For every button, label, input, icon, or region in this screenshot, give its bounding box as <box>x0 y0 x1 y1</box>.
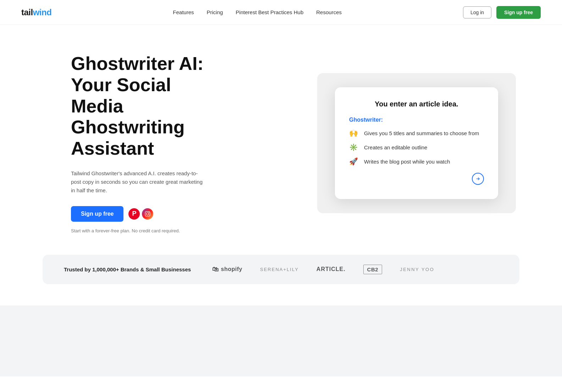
card-emoji-3: 🚀 <box>349 157 359 166</box>
nav-actions: Log in Sign up free <box>463 6 541 19</box>
hero-section: Ghostwriter AI: Your Social Media Ghostw… <box>0 25 562 255</box>
login-button[interactable]: Log in <box>463 6 491 18</box>
navbar: tailwind Features Pricing Pinterest Best… <box>0 0 562 25</box>
brand-logos: 🛍 shopify SERENA+LILY ARTICLE. CB2 JENNY… <box>212 265 434 274</box>
trusted-text: Trusted by 1,000,000+ Brands & Small Bus… <box>64 266 191 273</box>
nav-features[interactable]: Features <box>173 9 194 15</box>
trusted-section: Trusted by 1,000,000+ Brands & Small Bus… <box>43 255 519 284</box>
brand-serena: SERENA+LILY <box>260 267 299 272</box>
card-emoji-2: ✳️ <box>349 143 359 151</box>
card-item-text-2: Creates an editable outline <box>364 144 427 150</box>
arrow-circle-icon <box>472 173 484 185</box>
instagram-icon <box>142 208 153 220</box>
card-list-item: 🚀 Writes the blog post while you watch <box>349 157 484 166</box>
logo[interactable]: tailwind <box>21 7 51 17</box>
hero-note: Start with a forever-free plan. No credi… <box>71 228 224 233</box>
hero-title: Ghostwriter AI: Your Social Media Ghostw… <box>71 53 224 159</box>
brand-jenny: JENNY YOO <box>400 267 434 272</box>
svg-point-2 <box>149 212 149 213</box>
brand-article: ARTICLE. <box>316 266 346 272</box>
signup-nav-button[interactable]: Sign up free <box>496 6 541 19</box>
card-label: Ghostwriter: <box>349 117 484 123</box>
card-wrapper: You enter an article idea. Ghostwriter: … <box>317 73 516 213</box>
hero-subtitle: Tailwind Ghostwriter's advanced A.I. cre… <box>71 169 206 195</box>
hero-cta: Sign up free P <box>71 206 224 222</box>
nav-pinterest[interactable]: Pinterest Best Practices Hub <box>236 9 303 15</box>
hero-right: You enter an article idea. Ghostwriter: … <box>317 73 516 213</box>
pinterest-icon: P <box>128 208 140 220</box>
brand-shopify: 🛍 shopify <box>212 266 242 273</box>
social-icons: P <box>128 208 153 220</box>
svg-point-1 <box>147 213 149 215</box>
hero-left: Ghostwriter AI: Your Social Media Ghostw… <box>71 53 224 233</box>
card-item-text-1: Gives you 5 titles and summaries to choo… <box>364 130 479 136</box>
card-arrow <box>349 173 484 185</box>
card-list-item: ✳️ Creates an editable outline <box>349 143 484 151</box>
ghostwriter-card: You enter an article idea. Ghostwriter: … <box>335 87 498 199</box>
card-title: You enter an article idea. <box>349 100 484 108</box>
brand-cb2: CB2 <box>363 265 382 274</box>
card-list: 🙌 Gives you 5 titles and summaries to ch… <box>349 129 484 166</box>
logo-wind-text: wind <box>33 7 52 17</box>
bottom-area <box>0 305 562 376</box>
card-item-text-3: Writes the blog post while you watch <box>364 159 450 165</box>
card-list-item: 🙌 Gives you 5 titles and summaries to ch… <box>349 129 484 137</box>
shopify-icon: 🛍 <box>212 266 219 273</box>
logo-text: tail <box>21 7 33 17</box>
nav-resources[interactable]: Resources <box>316 9 342 15</box>
nav-links: Features Pricing Pinterest Best Practice… <box>173 9 342 16</box>
shopify-label: shopify <box>221 266 242 272</box>
svg-rect-0 <box>145 211 150 216</box>
signup-hero-button[interactable]: Sign up free <box>71 206 123 222</box>
trusted-wrapper: Trusted by 1,000,000+ Brands & Small Bus… <box>0 255 562 305</box>
nav-pricing[interactable]: Pricing <box>207 9 223 15</box>
card-emoji-1: 🙌 <box>349 129 359 137</box>
